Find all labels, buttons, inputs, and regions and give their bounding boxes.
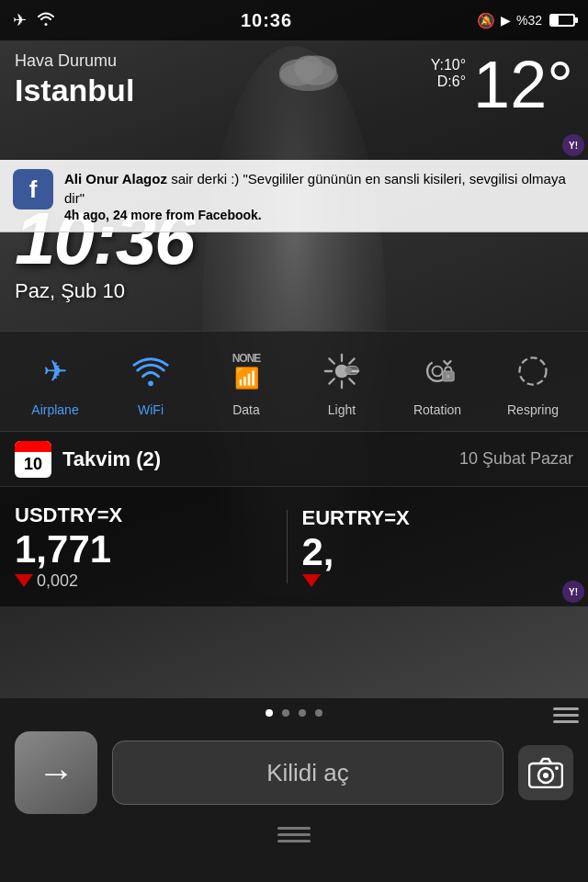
svg-point-4 [148,380,153,386]
muted-icon: 🔕 [477,12,495,29]
calendar-icon-top [15,441,51,452]
date-display: Paz, Şub 10 [15,279,194,303]
weather-city: Istanbul [15,73,134,108]
weather-details: Y:10° D:6° [431,51,466,90]
stock-price-eurtry: 2, [302,530,574,574]
page-dot-4 [315,709,322,717]
toggle-light[interactable]: Light [300,345,383,417]
bottom-area: → Kilidi aç [0,698,588,882]
stock-change-eurtry [302,574,574,587]
yahoo-badge-stocks: Y! [562,581,584,603]
data-toggle-icon: NONE 📶 [220,345,272,397]
airplane-icon: ✈ [13,10,27,30]
slide-to-unlock-button[interactable]: → [15,731,97,814]
battery-icon [549,14,575,27]
yahoo-badge: Y! [562,134,584,156]
stock-item-eurtry: EURTRY=X 2, [288,506,574,587]
status-time: 10:36 [241,10,292,31]
rotation-toggle-icon [412,345,463,397]
stocks-widget: USDTRY=X 1,771 0,002 EURTRY=X 2, Y! [0,487,588,606]
slide-to-unlock-label: Kilidi aç [266,759,349,787]
calendar-widget[interactable]: 10 Takvim (2) 10 Şubat Pazar [0,432,588,487]
menu-line-2 [553,714,579,717]
stock-item-usdtry: USDTRY=X 1,771 0,002 [15,503,287,591]
weather-widget: Hava Durumu Istanbul Y:10° D:6° 12° Y! [0,40,588,160]
facebook-icon: f [13,169,53,209]
respring-toggle-label: Respring [507,402,559,417]
svg-point-15 [345,367,352,373]
notification-sender: Ali Onur Alagoz [64,171,167,187]
page-indicator [0,698,588,724]
light-toggle-icon [316,345,368,397]
bottom-handle [0,821,588,846]
stock-down-arrow-eurtry [302,574,321,587]
airplane-toggle-label: Airplane [31,402,78,417]
svg-point-23 [543,773,548,778]
calendar-date: 10 Şubat Pazar [459,449,573,469]
status-right-icons: 🔕 ▶ %32 [477,12,575,29]
weather-left: Hava Durumu Istanbul [15,51,134,108]
stock-ticker-eurtry: EURTRY=X [302,506,574,530]
quick-toggles-bar: ✈ Airplane WiFi NONE 📶 Data [0,331,588,432]
slide-to-unlock-area[interactable]: Kilidi aç [112,741,503,805]
svg-line-11 [349,379,354,383]
svg-line-13 [329,379,334,383]
handle-line-1 [277,827,311,830]
weather-temperature: 12° [473,51,573,118]
calendar-icon: 10 [15,441,51,478]
menu-line-1 [553,707,579,710]
svg-line-12 [349,358,354,363]
weather-label: Hava Durumu [15,51,134,71]
weather-low: D:6° [431,74,466,90]
battery-percent: %32 [516,13,542,28]
slide-arrow-icon: → [38,752,74,794]
wifi-toggle-label: WiFi [138,402,164,417]
camera-button[interactable] [518,745,573,800]
svg-point-24 [555,766,559,770]
svg-point-19 [447,375,450,379]
handle-line-3 [277,840,311,842]
notification-card[interactable]: f Ali Onur Alagoz sair derki :) "Sevgili… [0,160,588,232]
wifi-status-icon [36,10,56,30]
page-dot-1 [266,709,273,717]
data-toggle-label: Data [232,402,260,417]
menu-lines [553,707,579,723]
wifi-toggle-icon [125,345,176,397]
page-dot-3 [299,709,306,717]
toggle-data[interactable]: NONE 📶 Data [205,345,288,417]
toggle-airplane[interactable]: ✈ Airplane [14,345,96,417]
notification-text: Ali Onur Alagoz sair derki :) "Sevgilile… [64,169,575,208]
handle-line-2 [277,833,311,836]
lock-bar: → Kilidi aç [0,724,588,821]
respring-toggle-icon [507,345,559,397]
light-toggle-label: Light [328,402,356,417]
rotation-toggle-label: Rotation [413,402,461,417]
svg-line-10 [329,358,334,363]
page-dot-2 [282,709,289,717]
stock-change-usdtry: 0,002 [15,571,287,591]
toggle-rotation[interactable]: Rotation [396,345,479,417]
stock-price-usdtry: 1,771 [15,527,287,571]
weather-high: Y:10° [431,57,466,74]
calendar-app-name: Takvim (2) [62,447,448,471]
stock-down-arrow-usdtry [15,574,33,587]
camera-icon [528,757,563,788]
menu-line-3 [553,720,579,723]
status-left-icons: ✈ [13,10,56,30]
status-bar: ✈ 10:36 🔕 ▶ %32 [0,0,588,40]
notification-time: 4h ago, 24 more from Facebook. [64,208,575,222]
notification-content: Ali Onur Alagoz sair derki :) "Sevgilile… [64,169,575,222]
svg-point-20 [519,357,546,384]
stock-ticker-usdtry: USDTRY=X [15,503,287,527]
calendar-icon-day: 10 [24,452,42,478]
airplane-toggle-icon: ✈ [29,345,81,397]
toggle-wifi[interactable]: WiFi [109,345,192,417]
weather-right: Y:10° D:6° 12° [431,51,573,118]
toggle-respring[interactable]: Respring [492,345,574,417]
svg-point-17 [433,367,443,377]
play-icon: ▶ [501,13,511,28]
